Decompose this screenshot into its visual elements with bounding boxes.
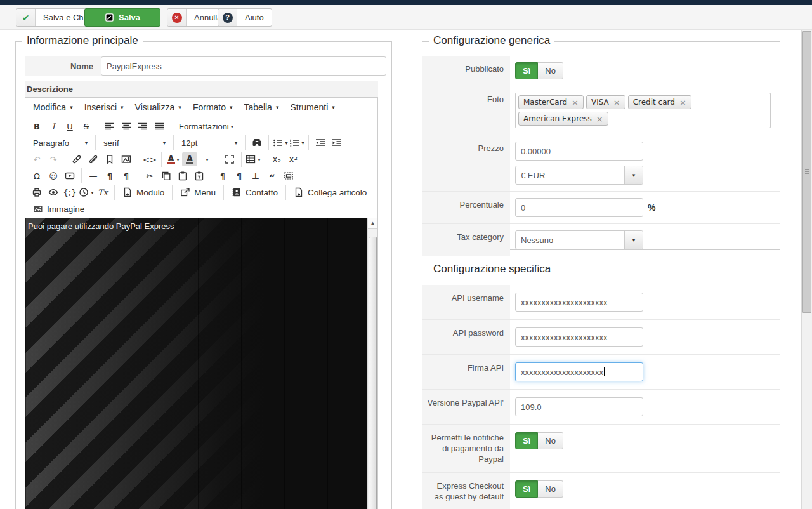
media-icon[interactable]: [62, 169, 77, 183]
menu-strumenti[interactable]: Strumenti▾: [284, 100, 340, 115]
chevron-down-icon[interactable]: ▾: [624, 231, 643, 249]
api-version-input[interactable]: [515, 397, 643, 416]
print-icon[interactable]: [29, 185, 44, 199]
tax-select[interactable]: Nessuno ▾: [515, 230, 643, 249]
preview-icon[interactable]: [46, 185, 61, 199]
paste-icon[interactable]: [175, 169, 190, 183]
insert-image-icon[interactable]: [119, 152, 134, 166]
insert-menu-button[interactable]: Menu: [176, 185, 220, 199]
currency-select[interactable]: € EUR ▾: [515, 166, 643, 185]
express-guest-yes-button[interactable]: Sì: [515, 480, 538, 498]
source-code-icon[interactable]: <>: [142, 152, 157, 166]
fullscreen-icon[interactable]: [222, 152, 237, 166]
toolbar-row-1: B I U S Formattazioni▾: [25, 118, 377, 135]
chevron-down-icon: ▾: [231, 124, 233, 129]
page-scrollbar[interactable]: [801, 30, 812, 509]
remove-tag-icon[interactable]: ×: [613, 98, 620, 107]
visual-blocks-icon[interactable]: ¶: [215, 169, 230, 183]
insert-image-button[interactable]: Immagine: [29, 202, 89, 216]
align-left-icon[interactable]: [102, 119, 117, 133]
bold-icon[interactable]: B: [29, 119, 44, 133]
rtl-icon[interactable]: ¶: [119, 169, 134, 183]
visual-chars-icon[interactable]: ¶: [232, 169, 247, 183]
formats-dropdown[interactable]: Formattazioni▾: [174, 119, 238, 133]
subscript-icon[interactable]: X₂: [269, 152, 284, 166]
insert-contact-button[interactable]: Contatto: [227, 185, 282, 199]
menu-tabella[interactable]: Tabella▾: [239, 100, 285, 115]
blockquote-icon[interactable]: “: [265, 169, 280, 183]
table-icon[interactable]: ▾: [246, 152, 261, 166]
align-center-icon[interactable]: [119, 119, 134, 133]
ltr-icon[interactable]: ¶: [102, 169, 117, 183]
remove-tag-icon[interactable]: ×: [596, 115, 603, 123]
copy-icon[interactable]: [159, 169, 174, 183]
font-family-dropdown[interactable]: serif▾: [99, 136, 170, 150]
editor-scrollbar[interactable]: ▲: [367, 218, 377, 509]
link-icon[interactable]: [69, 152, 84, 166]
outdent-icon[interactable]: [313, 136, 328, 150]
published-yes-button[interactable]: Sì: [515, 62, 538, 79]
italic-icon[interactable]: I: [46, 119, 61, 133]
paragraph-dropdown[interactable]: Paragrafo▾: [29, 136, 92, 150]
help-button[interactable]: ? Aiuto: [218, 8, 272, 27]
special-char-icon[interactable]: Ω: [29, 169, 44, 183]
text-color-icon[interactable]: A▾: [166, 152, 181, 166]
api-username-input[interactable]: [515, 293, 643, 312]
menu-formato[interactable]: Formato▾: [187, 100, 239, 115]
page-scrollbar-thumb[interactable]: [802, 31, 811, 313]
name-input[interactable]: [101, 56, 386, 76]
align-right-icon[interactable]: [135, 119, 150, 133]
redo-icon[interactable]: ↷: [46, 152, 61, 166]
unlink-icon[interactable]: [86, 152, 101, 166]
tag-american-express: American Express×: [518, 112, 608, 126]
help-label: Aiuto: [237, 9, 272, 26]
template-icon[interactable]: [281, 169, 296, 183]
clear-formatting-icon[interactable]: Tx: [95, 185, 110, 199]
indent-icon[interactable]: [329, 136, 344, 150]
superscript-icon[interactable]: X²: [285, 152, 301, 166]
price-input[interactable]: [515, 142, 643, 161]
chevron-down-icon: ▾: [121, 104, 124, 110]
insert-module-button[interactable]: Modulo: [118, 185, 169, 199]
remove-tag-icon[interactable]: ×: [679, 98, 686, 107]
api-signature-input[interactable]: xxxxxxxxxxxxxxxxxxxx: [515, 362, 643, 381]
express-guest-no-button[interactable]: No: [538, 480, 563, 498]
nonbreaking-icon[interactable]: ⊥: [248, 169, 263, 183]
scroll-up-icon[interactable]: ▲: [368, 218, 377, 229]
bullet-list-icon[interactable]: ▾: [273, 136, 288, 150]
insert-datetime-icon[interactable]: ▾: [79, 185, 94, 199]
numbered-list-icon[interactable]: ▾: [289, 136, 304, 150]
menu-inserisci[interactable]: Inserisci▾: [79, 100, 129, 115]
payment-notify-yes-button[interactable]: Sì: [515, 432, 538, 449]
strikethrough-icon[interactable]: S: [79, 119, 94, 133]
save-button[interactable]: Salva: [84, 8, 160, 27]
horizontal-rule-icon[interactable]: —: [86, 169, 101, 183]
menu-visualizza[interactable]: Visualizza▾: [129, 100, 187, 115]
chevron-down-icon[interactable]: ▾: [624, 166, 643, 184]
emoticons-icon[interactable]: ☺: [46, 169, 61, 183]
menu-modifica[interactable]: Modifica▾: [27, 100, 79, 115]
editor-content[interactable]: Puoi pagare utilizzando PayPal Express ▲: [25, 218, 377, 509]
background-color-caret[interactable]: ▾: [199, 152, 214, 166]
font-size-dropdown[interactable]: 12pt▾: [177, 136, 242, 150]
remove-tag-icon[interactable]: ×: [572, 98, 579, 107]
cut-icon[interactable]: ✂: [142, 169, 157, 183]
background-color-icon[interactable]: A: [182, 152, 197, 166]
paste-as-text-icon[interactable]: [192, 169, 207, 183]
search-replace-icon[interactable]: [249, 136, 265, 150]
published-no-button[interactable]: No: [538, 62, 563, 79]
main-info-legend: Informazione principale: [22, 34, 143, 47]
undo-icon[interactable]: ↶: [29, 152, 44, 166]
editor-scrollbar-thumb[interactable]: [369, 237, 377, 509]
cancel-circle-icon: ×: [167, 9, 187, 26]
code-snippet-icon[interactable]: {;}: [62, 185, 77, 199]
percent-input[interactable]: [515, 198, 643, 217]
api-version-row: Versione Paypal API': [422, 389, 780, 424]
align-justify-icon[interactable]: [152, 119, 167, 133]
anchor-icon[interactable]: [102, 152, 117, 166]
photo-tag-input[interactable]: MasterCard× VISA× Credit card× American …: [515, 93, 771, 128]
link-article-button[interactable]: Collega articolo: [289, 185, 371, 199]
payment-notify-no-button[interactable]: No: [538, 432, 563, 449]
api-password-input[interactable]: [515, 327, 643, 347]
underline-icon[interactable]: U: [62, 119, 77, 133]
